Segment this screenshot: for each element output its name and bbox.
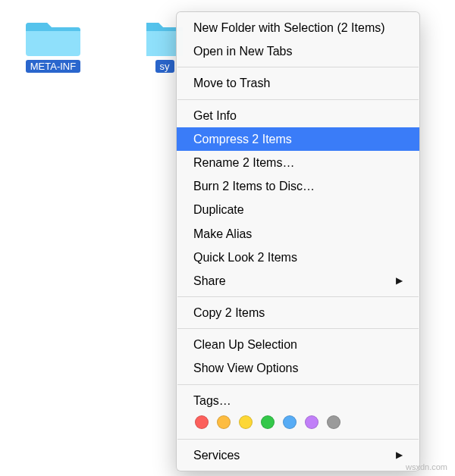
menu-item-label: Duplicate (193, 201, 244, 218)
menu-item-label: Services (193, 446, 240, 464)
chevron-right-icon: ▶ (396, 274, 403, 287)
context-menu: New Folder with Selection (2 Items) Open… (176, 11, 420, 471)
menu-item-label: Copy 2 Items (193, 304, 265, 321)
menu-item-open-new-tabs[interactable]: Open in New Tabs (177, 39, 419, 63)
tag-dot-green[interactable] (261, 415, 275, 429)
menu-item-label: Clean Up Selection (193, 336, 297, 353)
folder-label: META-INF (26, 60, 80, 73)
menu-separator (177, 99, 419, 100)
menu-item-label: Open in New Tabs (193, 42, 292, 60)
tag-dot-gray[interactable] (327, 415, 340, 429)
menu-item-compress[interactable]: Compress 2 Items (177, 127, 419, 151)
menu-separator (177, 67, 419, 67)
menu-item-tags[interactable]: Tags… (177, 389, 419, 435)
menu-item-move-to-trash[interactable]: Move to Trash (177, 71, 419, 95)
tag-dot-red[interactable] (195, 415, 209, 429)
folder-icon (26, 15, 80, 58)
finder-window-area[interactable]: META-INF sy New Folder with Selection (2… (0, 0, 455, 476)
menu-item-label: Quick Look 2 Items (193, 249, 297, 266)
menu-item-get-info[interactable]: Get Info (177, 104, 419, 127)
menu-item-clean-up[interactable]: Clean Up Selection (177, 333, 419, 356)
menu-separator (177, 384, 419, 385)
menu-separator (177, 439, 419, 440)
watermark-text: wsxdn.com (406, 462, 447, 471)
menu-item-burn[interactable]: Burn 2 Items to Disc… (177, 174, 419, 198)
tag-color-row (193, 409, 403, 432)
menu-item-new-folder-selection[interactable]: New Folder with Selection (2 Items) (177, 16, 419, 39)
menu-item-label: Share (193, 272, 226, 290)
menu-item-quick-look[interactable]: Quick Look 2 Items (177, 246, 419, 269)
chevron-right-icon: ▶ (396, 449, 403, 462)
menu-item-make-alias[interactable]: Make Alias (177, 222, 419, 246)
menu-separator (177, 328, 419, 329)
menu-item-label: Move to Trash (193, 74, 270, 92)
tag-dot-purple[interactable] (305, 415, 318, 429)
tag-dot-orange[interactable] (217, 415, 231, 429)
folder-label: sy (155, 60, 174, 73)
menu-separator (177, 296, 419, 297)
tag-dot-yellow[interactable] (239, 415, 253, 429)
menu-item-label: Compress 2 Items (193, 130, 292, 148)
menu-item-copy[interactable]: Copy 2 Items (177, 301, 419, 324)
menu-item-share[interactable]: Share ▶ (177, 269, 419, 293)
menu-item-label: Make Alias (193, 225, 252, 243)
menu-item-label: Show View Options (193, 359, 298, 377)
menu-item-view-options[interactable]: Show View Options (177, 356, 419, 380)
menu-item-label: Tags… (193, 392, 403, 409)
tag-dot-blue[interactable] (283, 415, 297, 429)
menu-item-duplicate[interactable]: Duplicate (177, 198, 419, 221)
menu-item-label: Get Info (193, 107, 237, 124)
menu-item-label: New Folder with Selection (2 Items) (193, 19, 385, 36)
menu-item-label: Rename 2 Items… (193, 154, 294, 171)
menu-item-rename[interactable]: Rename 2 Items… (177, 151, 419, 174)
menu-item-services[interactable]: Services ▶ (177, 443, 419, 467)
folder-item-meta-inf[interactable]: META-INF (19, 15, 87, 73)
menu-item-label: Burn 2 Items to Disc… (193, 177, 315, 195)
